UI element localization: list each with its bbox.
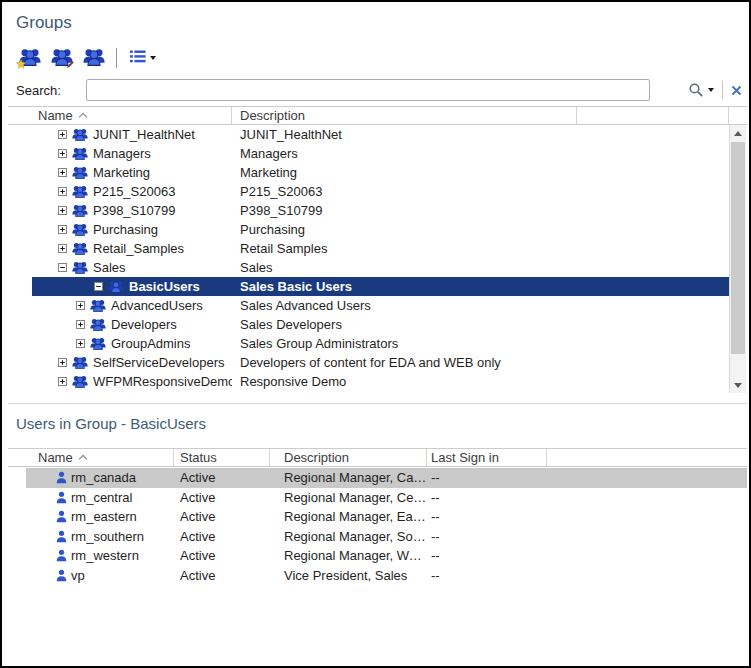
scrollbar-thumb[interactable] [731, 142, 745, 354]
group-name-cell: WFPMResponsiveDemo [32, 374, 232, 389]
user-description: Vice President, Sales [270, 568, 427, 583]
tree-indent [32, 324, 76, 325]
group-icon [72, 166, 88, 179]
column-header-label: Name [38, 108, 73, 123]
group-icon [108, 280, 124, 293]
search-button[interactable] [688, 82, 714, 98]
group-description: P398_S10799 [232, 203, 729, 218]
expand-icon[interactable] [58, 358, 67, 367]
column-header-description[interactable]: Description [270, 449, 427, 466]
user-row[interactable]: rm_westernActiveRegional Manager, Wester… [26, 546, 747, 566]
group-row[interactable]: SalesSales [32, 258, 729, 277]
group-icon [90, 337, 106, 350]
expand-icon[interactable] [58, 206, 67, 215]
user-row[interactable]: vpActiveVice President, Sales-- [26, 566, 747, 586]
users-table-header: Name Status Description Last Sign in [8, 448, 747, 467]
search-input[interactable] [86, 79, 650, 101]
scrollbar[interactable] [729, 125, 746, 393]
group-row[interactable]: MarketingMarketing [32, 163, 729, 182]
group-name: JUNIT_HealthNet [93, 127, 195, 142]
column-header-name[interactable]: Name [8, 107, 232, 124]
group-row[interactable]: DevelopersSales Developers [32, 315, 729, 334]
chevron-down-icon [708, 88, 714, 92]
expand-icon[interactable] [58, 377, 67, 386]
group-name: P215_S20063 [93, 184, 175, 199]
expand-icon[interactable] [58, 168, 67, 177]
column-header-description[interactable]: Description [232, 107, 577, 124]
clear-search-button[interactable] [731, 85, 742, 96]
user-name-cell: rm_western [26, 548, 174, 563]
view-menu-button[interactable] [124, 46, 162, 70]
edit-group-button[interactable] [47, 46, 77, 70]
expand-icon[interactable] [58, 244, 67, 253]
group-icon [72, 375, 88, 388]
user-icon [56, 471, 67, 484]
group-row[interactable]: ManagersManagers [32, 144, 729, 163]
expand-icon[interactable] [58, 187, 67, 196]
group-name-cell: AdvancedUsers [32, 298, 232, 313]
user-name: vp [71, 568, 85, 583]
toolbar [14, 45, 163, 71]
collapse-icon[interactable] [58, 263, 67, 272]
group-icon [72, 242, 88, 255]
expand-icon[interactable] [76, 339, 85, 348]
group-row[interactable]: WFPMResponsiveDemoResponsive Demo [32, 372, 729, 391]
group-name-cell: P398_S10799 [32, 203, 232, 218]
scroll-up-button[interactable] [730, 125, 746, 141]
group-icon [72, 223, 88, 236]
user-row[interactable]: rm_easternActiveRegional Manager, Easter… [26, 507, 747, 527]
group-name-cell: P215_S20063 [32, 184, 232, 199]
group-row[interactable]: BasicUsersSales Basic Users [32, 277, 729, 296]
user-name-cell: rm_eastern [26, 509, 174, 524]
group-name: AdvancedUsers [111, 298, 203, 313]
scroll-down-button[interactable] [730, 377, 746, 393]
column-header-name[interactable]: Name [8, 449, 174, 466]
group-row[interactable]: AdvancedUsersSales Advanced Users [32, 296, 729, 315]
new-group-button[interactable] [15, 46, 45, 70]
delete-group-button[interactable] [79, 46, 109, 70]
chevron-down-icon [150, 56, 156, 60]
expand-icon[interactable] [76, 320, 85, 329]
group-name: Retail_Samples [93, 241, 184, 256]
expand-icon[interactable] [58, 225, 67, 234]
group-row[interactable]: P215_S20063P215_S20063 [32, 182, 729, 201]
group-description: Developers of content for EDA and WEB on… [232, 355, 729, 370]
user-status: Active [174, 529, 270, 544]
expand-icon[interactable] [58, 130, 67, 139]
group-name: Marketing [93, 165, 150, 180]
pencil-icon [66, 60, 75, 69]
groups-tree: JUNIT_HealthNetJUNIT_HealthNetManagersMa… [8, 125, 729, 392]
group-row[interactable]: PurchasingPurchasing [32, 220, 729, 239]
user-status: Active [174, 490, 270, 505]
collapse-icon[interactable] [94, 282, 103, 291]
column-header-label: Description [240, 108, 305, 123]
groups-window: Groups [0, 0, 751, 668]
expand-icon[interactable] [76, 301, 85, 310]
group-name: SelfServiceDevelopers [93, 355, 225, 370]
column-header-last-sign-in[interactable]: Last Sign in [427, 449, 547, 466]
tree-indent [32, 210, 58, 211]
user-icon [56, 510, 67, 523]
group-row[interactable]: SelfServiceDevelopersDevelopers of conte… [32, 353, 729, 372]
user-icon [56, 569, 67, 582]
column-header-empty [729, 107, 747, 124]
user-name-cell: rm_central [26, 490, 174, 505]
triangle-up-icon [734, 131, 742, 136]
group-name-cell: SelfServiceDevelopers [32, 355, 232, 370]
tree-indent [32, 381, 58, 382]
tree-indent [32, 343, 76, 344]
user-row[interactable]: rm_centralActiveRegional Manager, Centra… [26, 488, 747, 508]
close-icon [731, 85, 742, 96]
column-header-empty [547, 449, 747, 466]
group-row[interactable]: P398_S10799P398_S10799 [32, 201, 729, 220]
user-last-sign-in: -- [427, 470, 547, 485]
expand-icon[interactable] [58, 149, 67, 158]
group-icon [72, 261, 88, 274]
user-row[interactable]: rm_canadaActiveRegional Manager, Canada-… [26, 468, 747, 488]
column-header-status[interactable]: Status [174, 449, 270, 466]
group-row[interactable]: Retail_SamplesRetail Samples [32, 239, 729, 258]
group-row[interactable]: GroupAdminsSales Group Administrators [32, 334, 729, 353]
group-row[interactable]: JUNIT_HealthNetJUNIT_HealthNet [32, 125, 729, 144]
group-name: Managers [93, 146, 151, 161]
user-row[interactable]: rm_southernActiveRegional Manager, South… [26, 527, 747, 547]
